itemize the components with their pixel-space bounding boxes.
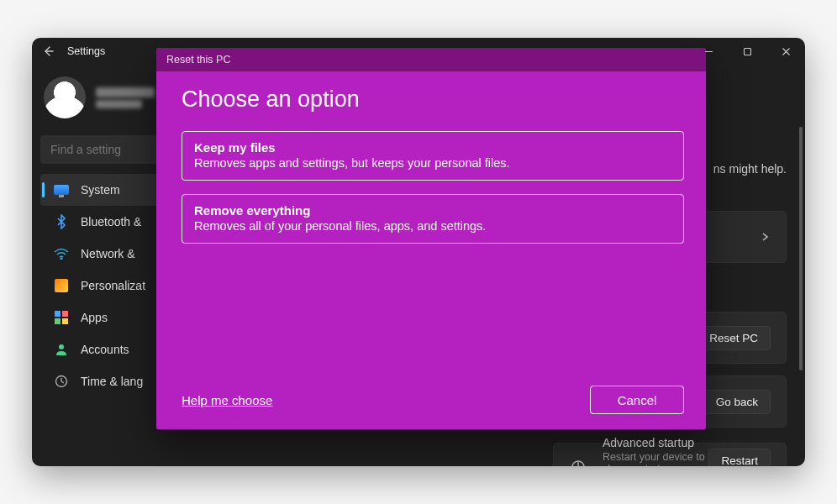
back-button[interactable] — [40, 44, 55, 59]
chevron-right-icon — [759, 231, 771, 243]
sidebar-item-label: Personalizat — [81, 279, 145, 292]
reset-pc-button[interactable]: Reset PC — [697, 326, 771, 350]
help-me-choose-link[interactable]: Help me choose — [182, 393, 272, 407]
svg-point-2 — [59, 344, 64, 349]
dialog-heading: Choose an option — [182, 87, 684, 113]
sidebar-item-label: Time & lang — [81, 375, 143, 388]
app-title: Settings — [67, 45, 105, 57]
recovery-hint-text: ns might help. — [713, 162, 787, 176]
user-name-redacted — [96, 87, 155, 97]
restart-now-button[interactable]: Restart now — [708, 449, 771, 466]
go-back-button[interactable]: Go back — [703, 390, 771, 414]
settings-window: Settings System — [32, 38, 805, 466]
bluetooth-icon — [54, 214, 69, 229]
sidebar-item-label: Bluetooth & — [81, 215, 141, 228]
reset-pc-dialog: Reset this PC Choose an option Keep my f… — [156, 48, 706, 429]
personalization-icon — [54, 278, 69, 293]
row-description: Restart your device to change startup se… — [603, 451, 708, 466]
sidebar-item-label: Network & — [81, 247, 135, 260]
advanced-startup-row: Advanced startup Restart your device to … — [553, 443, 787, 466]
row-text: Advanced startup Restart your device to … — [603, 436, 708, 466]
option-description: Removes apps and settings, but keeps you… — [194, 156, 671, 170]
user-email-redacted — [96, 100, 142, 108]
system-icon — [54, 182, 69, 197]
clock-icon — [54, 374, 69, 389]
close-button[interactable] — [766, 38, 805, 65]
avatar — [44, 76, 86, 118]
option-remove-everything[interactable]: Remove everything Removes all of your pe… — [182, 194, 684, 244]
apps-icon — [54, 310, 69, 325]
wifi-icon — [54, 246, 69, 261]
dialog-footer: Help me choose Cancel — [182, 386, 684, 414]
accounts-icon — [54, 342, 69, 357]
content-scrollbar[interactable] — [799, 127, 803, 370]
option-title: Remove everything — [194, 203, 671, 218]
option-title: Keep my files — [194, 140, 671, 155]
user-text — [96, 87, 155, 108]
sidebar-item-label: Apps — [81, 311, 108, 324]
sidebar-item-label: Accounts — [81, 343, 129, 356]
dialog-body: Choose an option Keep my files Removes a… — [156, 71, 706, 429]
sidebar-item-label: System — [81, 183, 120, 197]
option-keep-my-files[interactable]: Keep my files Removes apps and settings,… — [182, 131, 684, 181]
dialog-titlebar: Reset this PC — [156, 48, 706, 71]
svg-point-1 — [61, 258, 62, 260]
row-title: Advanced startup — [603, 436, 708, 449]
option-description: Removes all of your personal files, apps… — [194, 219, 671, 233]
svg-rect-0 — [744, 48, 750, 55]
power-icon — [569, 457, 587, 466]
window-controls — [689, 38, 805, 65]
cancel-button[interactable]: Cancel — [590, 386, 684, 414]
maximize-button[interactable] — [728, 38, 766, 65]
minimize-button[interactable] — [689, 38, 728, 65]
